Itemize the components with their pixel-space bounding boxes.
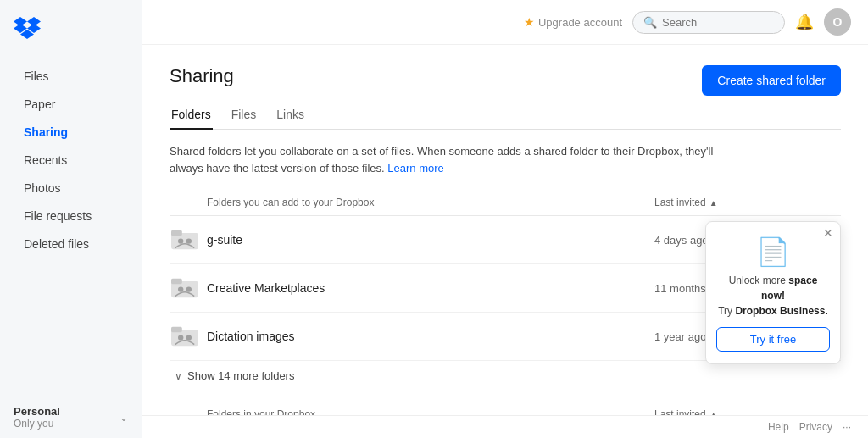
svg-point-15 [178, 335, 183, 340]
sidebar-item-files[interactable]: Files [7, 63, 135, 90]
shared-folder-icon-wrap [170, 321, 200, 352]
sidebar-item-recents[interactable]: Recents [7, 147, 135, 174]
svg-point-12 [186, 286, 192, 291]
shared-folder-icon-wrap [170, 273, 200, 303]
shared-folder-icon [171, 229, 198, 251]
sidebar-nav: Files Paper Sharing Recents Photos File … [0, 58, 142, 396]
search-input[interactable] [662, 16, 774, 29]
upgrade-label: Upgrade account [538, 16, 622, 29]
folder-name: Creative Marketplaces [207, 281, 654, 295]
info-text: Shared folders let you collaborate on a … [170, 143, 746, 176]
sidebar-user-info: Personal Only you [14, 405, 60, 430]
promo-text: Unlock more space now! Try Dropbox Busin… [716, 273, 830, 319]
svg-point-16 [186, 335, 192, 340]
learn-more-link[interactable]: Learn more [387, 162, 443, 175]
sort-asc-icon: ▲ [709, 410, 718, 416]
folder-name: Dictation images [207, 330, 654, 343]
footer: Help Privacy ··· [142, 415, 868, 438]
main-area: ★ Upgrade account 🔍 🔔 O Sharing Create s… [142, 0, 868, 438]
footer-privacy-link[interactable]: Privacy [799, 421, 832, 433]
upgrade-link[interactable]: ★ Upgrade account [524, 15, 622, 29]
svg-point-8 [186, 238, 192, 243]
topbar: ★ Upgrade account 🔍 🔔 O [142, 0, 868, 45]
shared-folder-icon-wrap [170, 225, 200, 255]
folder-name: g-suite [207, 233, 654, 247]
search-box[interactable]: 🔍 [632, 11, 785, 34]
svg-point-11 [178, 286, 183, 291]
col-name-label: Folders you can add to your Dropbox [170, 197, 654, 208]
col-date-label[interactable]: Last invited ▲ [654, 197, 807, 208]
footer-help-link[interactable]: Help [768, 421, 789, 433]
sort-asc-icon: ▲ [709, 198, 718, 208]
promo-icon: 📄 [716, 236, 830, 268]
sidebar-item-file-requests[interactable]: File requests [7, 202, 135, 230]
avatar[interactable]: O [824, 8, 851, 36]
shared-folder-icon [171, 277, 198, 299]
close-icon[interactable]: ✕ [823, 227, 833, 239]
tab-links[interactable]: Links [275, 101, 306, 130]
folders-can-add-header: Folders you can add to your Dropbox Last… [170, 193, 841, 216]
promo-popup: ✕ 📄 Unlock more space now! Try Dropbox B… [705, 221, 841, 364]
dropbox-logo-wrap [0, 0, 142, 58]
col-section-label: Folders in your Dropbox [170, 408, 654, 415]
footer-more-link[interactable]: ··· [843, 421, 851, 433]
shared-folder-icon [171, 325, 198, 347]
svg-rect-14 [171, 327, 182, 332]
sidebar-item-deleted-files[interactable]: Deleted files [7, 230, 135, 258]
col-date-label[interactable]: Last invited ▲ [654, 408, 807, 415]
sidebar-user-name: Personal [14, 405, 60, 418]
sidebar-item-paper[interactable]: Paper [7, 91, 135, 118]
sidebar-bottom[interactable]: Personal Only you ⌄ [0, 396, 142, 438]
sidebar-item-photos[interactable]: Photos [7, 175, 135, 202]
search-icon: 🔍 [643, 16, 657, 29]
content-area: Sharing Create shared folder Folders Fil… [142, 45, 868, 415]
sidebar-user-sub: Only you [14, 418, 60, 430]
show-more-button[interactable]: ∨ Show 14 more folders [170, 361, 841, 391]
svg-rect-10 [171, 279, 182, 284]
chevron-down-icon: ⌄ [120, 412, 128, 424]
svg-point-7 [178, 238, 183, 243]
folders-in-dropbox-header: Folders in your Dropbox Last invited ▲ [170, 405, 841, 415]
tab-folders[interactable]: Folders [170, 101, 213, 130]
chevron-down-icon: ∨ [175, 370, 182, 382]
svg-rect-6 [171, 230, 182, 236]
folders-in-dropbox-section: Folders in your Dropbox Last invited ▲ [170, 405, 841, 415]
dropbox-logo-icon [14, 15, 41, 42]
try-it-free-button[interactable]: Try it free [716, 327, 830, 352]
sidebar: Files Paper Sharing Recents Photos File … [0, 0, 142, 438]
create-shared-folder-button[interactable]: Create shared folder [702, 65, 841, 96]
tab-files[interactable]: Files [230, 101, 259, 130]
tabs: Folders Files Links [170, 101, 841, 130]
star-icon: ★ [524, 15, 535, 29]
notification-bell-icon[interactable]: 🔔 [795, 13, 814, 31]
sidebar-item-sharing[interactable]: Sharing [7, 119, 135, 146]
